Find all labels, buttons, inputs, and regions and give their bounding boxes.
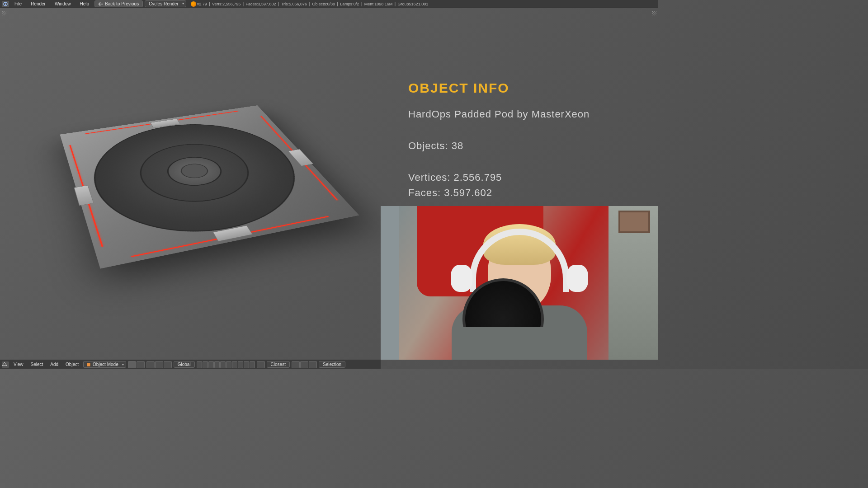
stat-faces: Faces:3,597,602 (246, 2, 276, 6)
orientation-label: Global (178, 362, 191, 367)
stat-mem: Mem:1098.16M (364, 2, 393, 6)
overlay-info-panel: OBJECT INFO HardOps Padded Pod by Master… (408, 80, 590, 208)
axis-x-icon[interactable] (164, 361, 172, 368)
layer-icon[interactable] (197, 361, 202, 368)
model-preview (27, 44, 362, 297)
render-icon3[interactable] (309, 361, 317, 368)
pivot-icon[interactable] (146, 361, 155, 368)
render-engine-label: Cycles Render (149, 1, 179, 6)
viewport-bottom-bar: View Select Add Object Object Mode Globa… (0, 360, 381, 369)
editor-type-icon[interactable] (2, 361, 9, 368)
region-collapse-handle[interactable] (2, 11, 6, 15)
layer-icon[interactable] (203, 361, 208, 368)
menu-select[interactable]: Select (28, 361, 46, 368)
webcam-overlay (381, 206, 658, 360)
back-button-label: Back to Previous (105, 1, 139, 6)
overlay-title: OBJECT INFO (408, 80, 590, 96)
header-stats: v2.79 | Verts:2,556,795 | Faces:3,597,60… (188, 1, 428, 7)
photo-frame (618, 211, 650, 233)
mode-select[interactable]: Object Mode (83, 361, 126, 368)
snap-select[interactable]: Closest (267, 361, 290, 368)
info-editor-icon[interactable] (2, 1, 9, 7)
render-engine-select[interactable]: Cycles Render (145, 0, 186, 7)
layer-icon[interactable] (214, 361, 220, 368)
overlay-subtitle: HardOps Padded Pod by MasterXeon (408, 108, 590, 120)
render-icon[interactable] (292, 361, 300, 368)
blender-logo-icon (191, 1, 196, 7)
svg-point-2 (5, 2, 6, 3)
shading-mode-group (128, 361, 145, 368)
pivot-group (146, 361, 172, 368)
layer-icon[interactable] (250, 361, 255, 368)
model-plate (60, 105, 359, 268)
svg-rect-1 (5, 4, 6, 5)
render-group (292, 361, 317, 368)
3d-viewport[interactable]: OBJECT INFO HardOps Padded Pod by Master… (0, 8, 658, 360)
stat-objects: Objects:0/38 (312, 2, 335, 6)
layer-group (197, 361, 255, 368)
stat-tris: Tris:5,056,076 (281, 2, 307, 6)
region-collapse-handle-right[interactable] (652, 11, 656, 15)
back-arrow-icon (99, 2, 103, 6)
shading-textured-icon[interactable] (137, 361, 145, 368)
layer-icon[interactable] (244, 361, 249, 368)
menu-render[interactable]: Render (27, 0, 49, 7)
menu-file[interactable]: File (11, 0, 25, 7)
stat-group: Group51621.001 (398, 2, 429, 6)
menu-object[interactable]: Object (63, 361, 81, 368)
back-to-previous-button[interactable]: Back to Previous (94, 0, 143, 7)
stat-lamps: Lamps:0/2 (340, 2, 359, 6)
snap-label: Closest (271, 362, 286, 367)
menu-help[interactable]: Help (76, 0, 93, 7)
menu-add[interactable]: Add (47, 361, 61, 368)
overlay-vertices: Vertices: 2.556.795 (408, 172, 590, 183)
layer-icon[interactable] (226, 361, 231, 368)
manipulator-icon[interactable] (155, 361, 163, 368)
snap-toggle-icon[interactable] (257, 361, 265, 368)
menu-window[interactable]: Window (51, 0, 75, 7)
selection-label-pill: Selection (319, 361, 345, 368)
stat-verts: Verts:2,556,795 (212, 2, 241, 6)
render-icon2[interactable] (300, 361, 308, 368)
overlay-faces: Faces: 3.597.602 (408, 187, 590, 199)
overlay-objects: Objects: 38 (408, 140, 590, 152)
stat-version: v2.79 (197, 2, 207, 6)
menu-view[interactable]: View (11, 361, 26, 368)
layer-icon[interactable] (232, 361, 237, 368)
layer-icon[interactable] (238, 361, 243, 368)
top-menu-bar: File Render Window Help Back to Previous… (0, 0, 658, 8)
selection-label: Selection (323, 362, 341, 367)
orientation-select[interactable]: Global (174, 361, 195, 368)
object-mode-icon (86, 362, 91, 367)
mode-label: Object Mode (93, 362, 118, 367)
svg-rect-3 (87, 363, 90, 366)
shading-solid-icon[interactable] (128, 361, 136, 368)
layer-icon[interactable] (208, 361, 214, 368)
layer-icon[interactable] (220, 361, 226, 368)
